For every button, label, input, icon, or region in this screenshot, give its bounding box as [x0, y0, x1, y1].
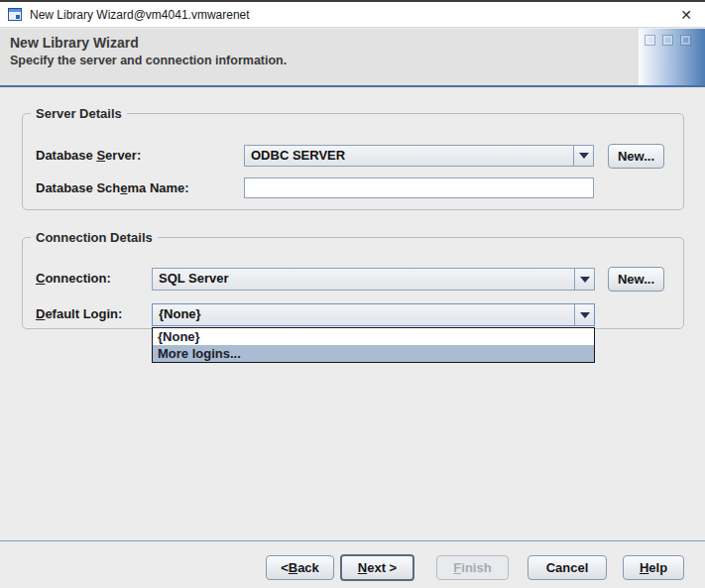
dropdown-option-none[interactable]: {None} — [153, 328, 594, 345]
label-text: Database — [36, 148, 96, 163]
button-label: inish — [461, 560, 491, 575]
database-server-label: Database Server: — [36, 148, 141, 163]
connection-value: SQL Server — [153, 269, 574, 290]
label-mnemonic: e — [120, 180, 127, 195]
database-server-dropdown-button[interactable] — [573, 146, 593, 166]
connection-combobox[interactable]: SQL Server — [152, 268, 595, 291]
wizard-dialog: New Library Wizard@vm4041.vmwarenet ✕ Ne… — [0, 0, 705, 588]
dropdown-option-more-logins[interactable]: More logins... — [153, 345, 594, 362]
label-mnemonic: D — [36, 306, 45, 321]
connection-details-legend: Connection Details — [31, 230, 158, 245]
button-label: New... — [618, 149, 654, 164]
decoration-square-icon — [645, 35, 655, 46]
button-label: ack — [297, 560, 319, 575]
connection-dropdown-button[interactable] — [574, 269, 594, 290]
label-mnemonic: S — [96, 148, 105, 163]
title-bar[interactable]: New Library Wizard@vm4041.vmwarenet ✕ — [0, 2, 705, 28]
page-subtitle: Specify the server and connection inform… — [10, 54, 287, 67]
button-label: elp — [648, 560, 667, 575]
button-label: ext > — [367, 560, 397, 575]
decoration-square-icon — [680, 35, 691, 46]
button-row-separator — [0, 540, 705, 541]
app-window-icon — [8, 8, 22, 21]
decoration-squares — [645, 35, 691, 46]
default-login-dropdown-list: {None} More logins... — [152, 327, 595, 363]
button-mnemonic: B — [289, 560, 297, 575]
default-login-label: Default Login: — [36, 306, 122, 321]
default-login-combobox[interactable]: {None} — [152, 303, 595, 326]
label-text: erver: — [105, 148, 141, 163]
database-schema-input[interactable] — [244, 177, 594, 198]
server-new-button[interactable]: New... — [608, 144, 664, 169]
chevron-down-icon — [580, 277, 590, 283]
server-details-group: Server Details Database Server: ODBC SER… — [22, 113, 684, 210]
button-mnemonic: F — [453, 560, 461, 575]
button-label: New... — [618, 272, 654, 287]
header-decoration — [639, 29, 705, 85]
close-icon[interactable]: ✕ — [677, 6, 695, 24]
label-mnemonic: C — [36, 271, 45, 286]
database-server-value: ODBC SERVER — [245, 146, 573, 166]
label-text: onnection: — [45, 271, 110, 286]
help-button[interactable]: Help — [623, 555, 684, 580]
connection-new-button[interactable]: New... — [608, 267, 664, 292]
chevron-down-icon — [579, 153, 589, 159]
cancel-button[interactable]: Cancel — [528, 555, 607, 580]
button-mnemonic: H — [640, 560, 648, 575]
connection-details-group: Connection Details Connection: SQL Serve… — [22, 237, 684, 329]
page-title: New Library Wizard — [10, 35, 139, 51]
button-mnemonic: N — [358, 560, 367, 575]
label-text: Database Sch — [36, 180, 120, 195]
database-schema-label: Database Schema Name: — [36, 180, 189, 195]
default-login-dropdown-button[interactable] — [574, 304, 594, 325]
database-server-combobox[interactable]: ODBC SERVER — [244, 145, 594, 167]
finish-button[interactable]: Finish — [436, 555, 509, 580]
next-button[interactable]: Next > — [340, 554, 414, 581]
server-details-legend: Server Details — [31, 106, 127, 121]
button-label: Cancel — [546, 560, 589, 575]
label-text: ma Name: — [128, 180, 189, 195]
label-text: efault Login: — [45, 306, 122, 321]
wizard-header: New Library Wizard Specify the server an… — [0, 29, 705, 87]
button-label: < — [281, 560, 289, 575]
chevron-down-icon — [580, 312, 590, 318]
default-login-value: {None} — [153, 304, 574, 325]
decoration-square-icon — [662, 35, 673, 46]
window-title: New Library Wizard@vm4041.vmwarenet — [30, 8, 250, 22]
connection-label: Connection: — [36, 271, 111, 286]
back-button[interactable]: < Back — [266, 555, 334, 580]
